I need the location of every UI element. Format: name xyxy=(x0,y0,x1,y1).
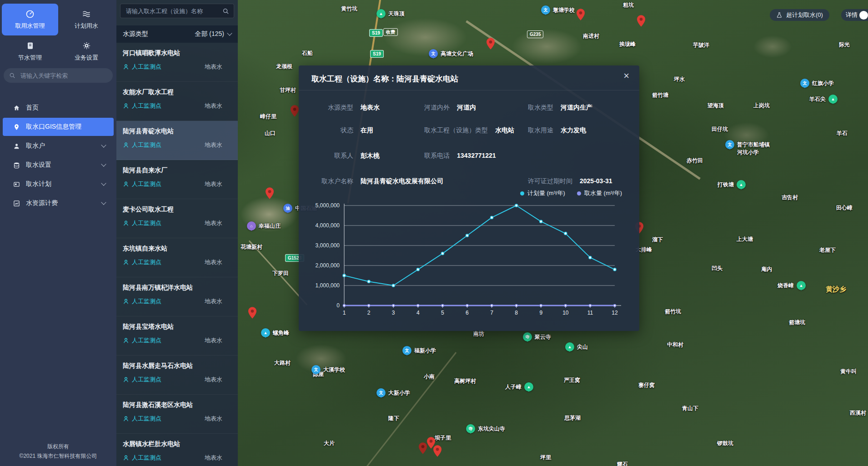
sidebar-item-2[interactable]: 取水口GIS信息管理 xyxy=(3,118,114,136)
map-label: 庵内 xyxy=(761,266,772,273)
person-icon xyxy=(123,455,129,461)
sidebar-item-label: 水资源计费 xyxy=(26,199,96,207)
station-pin[interactable] xyxy=(291,105,299,119)
monitor-type: 人工监测点 xyxy=(123,180,161,188)
station-list-item[interactable]: 陆河县青碇水电站人工监测点地表水 xyxy=(116,121,238,160)
station-list-item[interactable]: 陆河县南万镇杞洋水电站人工监测点地表水 xyxy=(116,277,238,316)
module-tile-3[interactable]: 节水管理 xyxy=(2,35,58,67)
station-pin[interactable] xyxy=(637,15,645,29)
field-value: 13432771221 xyxy=(457,152,496,159)
map-poi-temple-marker: 寺东坑尖山寺 xyxy=(466,424,475,433)
map-poi-school-marker: 文福新小学 xyxy=(402,346,411,355)
station-meta: 人工监测点地表水 xyxy=(123,63,231,71)
legend-dot xyxy=(520,191,524,195)
svg-text:5: 5 xyxy=(441,310,444,316)
station-list-item[interactable]: 河口镇唱歌潭水电站人工监测点地表水 xyxy=(116,43,238,82)
water-source-type: 地表水 xyxy=(205,102,231,110)
station-pin[interactable] xyxy=(433,445,442,459)
water-source-type: 地表水 xyxy=(205,376,231,384)
filter-dropdown[interactable]: 全部 (125) xyxy=(195,30,231,38)
detail-toggle[interactable]: 详情 xyxy=(841,9,868,21)
field-状态: 状态在用 xyxy=(311,126,373,135)
station-name: 陆河县南万镇杞洋水电站 xyxy=(123,284,231,292)
field-取水工程（设施）类型: 取水工程（设施）类型水电站 xyxy=(424,126,514,135)
sidebar-item-3[interactable]: 取水户 xyxy=(3,137,114,155)
station-meta: 人工监测点地表水 xyxy=(123,454,231,462)
station-pin[interactable] xyxy=(248,307,256,321)
station-list-item[interactable]: 麦卡公司取水工程人工监测点地表水 xyxy=(116,199,238,238)
gear-icon xyxy=(82,41,91,50)
svg-text:1: 1 xyxy=(343,310,346,316)
map-label: 坪里 xyxy=(540,454,551,461)
station-list-item[interactable]: 水唇镇水栏肚水电站人工监测点地表水 xyxy=(116,434,238,466)
svg-text:0: 0 xyxy=(336,302,340,309)
map-poi-mountain-marker: ▲打铁塘 xyxy=(737,180,746,189)
station-list-item[interactable]: 陆河县水唇走马石水电站人工监测点地表水 xyxy=(116,356,238,395)
map-label: 田仔坑 xyxy=(712,126,728,133)
station-pin[interactable] xyxy=(419,442,427,456)
station-list-item[interactable]: 陆河县激石溪老区水电站人工监测点地表水 xyxy=(116,395,238,434)
map-label: 际光 xyxy=(839,41,850,48)
field-取水类型: 取水类型河道内生产 xyxy=(528,104,592,112)
search-icon[interactable] xyxy=(222,8,229,15)
usage-line-chart: 01,000,0002,000,0003,000,0004,000,0005,0… xyxy=(303,200,631,327)
station-list-item[interactable]: 陆河县宝塔水电站人工监测点地表水 xyxy=(116,316,238,356)
field-value: 彭木桃 xyxy=(361,152,380,160)
station-meta: 人工监测点地表水 xyxy=(123,141,231,149)
close-icon[interactable]: × xyxy=(623,71,629,81)
station-pin[interactable] xyxy=(577,9,585,22)
station-name: 麦卡公司取水工程 xyxy=(123,205,231,214)
over-plan-water-badge[interactable]: 超计划取水(0) xyxy=(770,9,829,21)
map-poi-label: 幸福山庄 xyxy=(259,222,281,230)
field-河道内外: 河道内外河道内 xyxy=(424,104,476,112)
monitor-type: 人工监测点 xyxy=(123,258,161,266)
svg-text:7: 7 xyxy=(490,310,493,316)
map-poi-label: 烧香嶂 xyxy=(778,282,794,290)
map-label: 羊石 xyxy=(837,130,848,137)
station-search-input[interactable] xyxy=(125,7,222,15)
toggle-knob[interactable] xyxy=(859,11,868,20)
map-label: 箭竹坑 xyxy=(665,308,681,315)
person-icon xyxy=(123,103,129,109)
station-pin[interactable] xyxy=(266,187,274,201)
monitor-type: 人工监测点 xyxy=(123,141,161,149)
chart-legend: 计划量 (m³/年)取水量 (m³/年) xyxy=(520,189,622,197)
road-minor xyxy=(363,352,457,466)
monitor-label: 人工监测点 xyxy=(132,415,161,423)
gauge-icon xyxy=(25,10,35,19)
sidebar-item-5[interactable]: 取水计划 xyxy=(3,175,114,193)
map-label: 黄牛叫 xyxy=(840,368,857,375)
module-tile-1[interactable]: 取用水管理 xyxy=(2,4,58,35)
map-label: 箭竹塘 xyxy=(652,92,668,99)
sidebar-item-6[interactable]: 水资源计费 xyxy=(3,194,114,212)
field-value: 地表水 xyxy=(361,104,380,112)
map-label: 南坊 xyxy=(473,331,484,337)
station-pin[interactable] xyxy=(487,38,495,51)
map-poi-plaza-marker: 文高塘文化广场 xyxy=(429,49,438,58)
station-list-item[interactable]: 陆河县自来水厂人工监测点地表水 xyxy=(116,160,238,199)
station-list: 河口镇唱歌潭水电站人工监测点地表水友能水厂取水工程人工监测点地表水陆河县青碇水电… xyxy=(116,43,238,466)
book-icon xyxy=(25,41,35,50)
station-list-item[interactable]: 友能水厂取水工程人工监测点地表水 xyxy=(116,82,238,121)
svg-text:11: 11 xyxy=(587,310,593,316)
sidebar-item-1[interactable]: 首页 xyxy=(3,99,114,117)
station-name: 东坑镇自来水站 xyxy=(123,245,231,253)
station-list-item[interactable]: 东坑镇自来水站人工监测点地表水 xyxy=(116,238,238,277)
map-poi-mountain-marker: ▲人子嶂 xyxy=(524,382,533,391)
module-tile-2[interactable]: 计划用水 xyxy=(58,4,115,35)
field-value: 陆河县青碇水电发展有限公司 xyxy=(361,177,443,185)
map-poi-school-marker: 文普宁市船埔镇 河坑小学 xyxy=(725,140,734,149)
legend-label: 取水量 (m³/年) xyxy=(584,189,622,197)
pin-icon xyxy=(13,123,20,130)
sidebar-item-4[interactable]: 取水设置 xyxy=(3,156,114,174)
sidebar-search-input[interactable] xyxy=(20,72,107,80)
chevron-down-icon xyxy=(101,200,106,205)
station-search[interactable] xyxy=(120,4,234,18)
water-source-type: 地表水 xyxy=(205,141,231,149)
sidebar-search[interactable] xyxy=(4,68,113,83)
svg-text:2: 2 xyxy=(367,310,371,316)
module-tile-4[interactable]: 业务设置 xyxy=(58,35,115,67)
chevron-down-icon xyxy=(101,161,106,166)
field-value: 在用 xyxy=(361,126,373,135)
station-name: 陆河县水唇走马石水电站 xyxy=(123,362,231,370)
